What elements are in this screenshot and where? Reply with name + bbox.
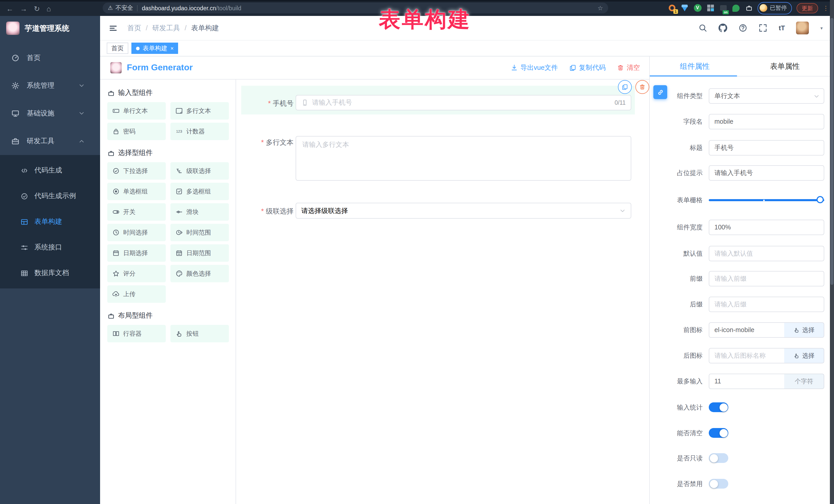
breadcrumb-item[interactable]: 研发工具 xyxy=(152,23,180,32)
browser-update-button[interactable]: 更新 xyxy=(796,3,818,13)
slider-handle[interactable] xyxy=(816,196,824,203)
property-input-字段名[interactable]: mobile xyxy=(709,114,824,129)
lock-icon xyxy=(112,128,119,135)
component-item-滑块[interactable]: 滑块 xyxy=(170,203,229,221)
grid-slider[interactable] xyxy=(709,199,824,201)
tab-表单属性[interactable]: 表单属性 xyxy=(740,57,830,76)
help-icon[interactable] xyxy=(739,24,747,32)
ext-leaf-icon[interactable] xyxy=(732,4,740,12)
sidebar-subitem-代码生成示例[interactable]: 代码生成示例 xyxy=(0,183,100,209)
property-input-前缀[interactable]: 请输入前缀 xyxy=(709,271,824,286)
component-item-上传[interactable]: 上传 xyxy=(107,285,166,303)
tag-首页[interactable]: 首页 xyxy=(107,43,128,54)
sidebar-item-研发工具[interactable]: 研发工具 xyxy=(0,127,100,155)
delete-field-button[interactable] xyxy=(635,80,649,94)
property-row-是否只读: 是否只读 xyxy=(650,451,830,466)
component-item-开关[interactable]: 开关 xyxy=(107,203,166,221)
component-item-下拉选择[interactable]: 下拉选择 xyxy=(107,162,166,180)
component-item-日期选择[interactable]: 日期选择 xyxy=(107,244,166,262)
breadcrumb-item[interactable]: 首页 xyxy=(127,23,141,32)
select-icon-button[interactable]: 选择 xyxy=(784,348,824,364)
property-input-最多输入[interactable]: 11 xyxy=(709,374,785,389)
action-导出vue文件[interactable]: 导出vue文件 xyxy=(511,63,558,72)
tab-组件属性[interactable]: 组件属性 xyxy=(650,57,740,76)
sidebar-item-基础设施[interactable]: 基础设施 xyxy=(0,100,100,127)
component-item-单选框组[interactable]: 单选框组 xyxy=(107,183,166,200)
switch-输入统计[interactable] xyxy=(709,402,728,412)
component-item-颜色选择[interactable]: 颜色选择 xyxy=(170,265,229,282)
ext-green-icon[interactable]: V xyxy=(694,4,702,12)
code-icon xyxy=(21,167,28,174)
page-scrollbar[interactable] xyxy=(830,0,834,504)
property-input-组件宽度[interactable]: 100% xyxy=(709,220,824,235)
property-input-默认值[interactable]: 请输入默认值 xyxy=(709,246,824,261)
browser-profile-chip[interactable]: 已暂停 xyxy=(758,2,792,14)
sidebar-subitem-数据库文档[interactable]: 数据库文档 xyxy=(0,260,100,286)
ext-blue-icon[interactable] xyxy=(681,4,689,12)
scrollbar-thumb[interactable] xyxy=(830,18,833,285)
gear-icon xyxy=(11,82,20,90)
component-item-评分[interactable]: 评分 xyxy=(107,265,166,282)
fullscreen-icon[interactable] xyxy=(759,24,767,32)
link-toggle-button[interactable] xyxy=(653,85,667,99)
trash-icon xyxy=(639,84,646,90)
avatar-caret-icon[interactable]: ▾ xyxy=(820,25,823,30)
component-item-按钮[interactable]: 按钮 xyxy=(170,325,229,342)
component-item-多选框组[interactable]: 多选框组 xyxy=(170,183,229,200)
user-avatar[interactable] xyxy=(796,22,809,35)
sidebar-item-系统管理[interactable]: 系统管理 xyxy=(0,72,100,100)
ext-on-icon[interactable]: on xyxy=(719,4,727,12)
hamburger-icon[interactable] xyxy=(108,24,118,32)
sidebar-subitem-代码生成[interactable]: 代码生成 xyxy=(0,158,100,183)
property-input-后图标[interactable]: 请输入后图标名称 xyxy=(709,348,785,364)
bookmark-star-icon[interactable]: ☆ xyxy=(597,4,603,12)
switch-是否只读[interactable] xyxy=(709,453,728,463)
property-input-占位提示[interactable]: 请输入手机号 xyxy=(709,165,824,181)
component-item-计数器[interactable]: 计数器 xyxy=(170,123,229,140)
component-item-行容器[interactable]: 行容器 xyxy=(107,325,166,342)
sidebar-subitem-表单构建[interactable]: 表单构建 xyxy=(0,209,100,235)
url-bar[interactable]: ⚠ 不安全 dashboard.yudao.iocoder.cn/tool/bu… xyxy=(103,3,608,13)
switch-能否清空[interactable] xyxy=(709,428,728,438)
component-item-密码[interactable]: 密码 xyxy=(107,123,166,140)
home-icon[interactable]: ⌂ xyxy=(46,5,51,13)
property-input-前图标[interactable]: el-icon-mobile xyxy=(709,322,785,338)
search-icon[interactable] xyxy=(699,24,707,32)
copy-field-button[interactable] xyxy=(618,80,632,94)
section-header: 布局型组件 xyxy=(107,311,236,320)
github-icon[interactable] xyxy=(719,24,727,32)
ext-orange-icon[interactable]: 1 xyxy=(668,4,676,12)
sidebar-item-首页[interactable]: 首页 xyxy=(0,44,100,72)
ext-grid-icon[interactable] xyxy=(706,4,715,12)
tag-表单构建[interactable]: 表单构建× xyxy=(131,43,178,54)
component-item-单行文本[interactable]: 单行文本 xyxy=(107,102,166,119)
font-size-icon[interactable]: tT xyxy=(778,24,785,32)
component-item-级联选择[interactable]: 级联选择 xyxy=(170,162,229,180)
component-item-多行文本[interactable]: 多行文本 xyxy=(170,102,229,119)
browser-menu-icon[interactable]: ⋮ xyxy=(823,5,829,11)
component-item-时间范围[interactable]: 时间范围 xyxy=(170,224,229,241)
cascader-field[interactable]: 请选择级联选择 xyxy=(295,203,631,219)
property-label: 前缀 xyxy=(650,271,703,286)
mobile-input[interactable]: 请输入手机号0/11 xyxy=(295,95,631,110)
property-select-组件类型[interactable]: 单行文本 xyxy=(709,88,824,104)
select-icon-button[interactable]: 选择 xyxy=(784,322,824,338)
component-item-时间选择[interactable]: 时间选择 xyxy=(107,224,166,241)
back-icon[interactable]: ← xyxy=(6,5,13,13)
textarea-field[interactable]: 请输入多行文本 xyxy=(295,136,631,181)
component-grid: 行容器按钮 xyxy=(107,325,229,342)
tag-close-icon[interactable]: × xyxy=(170,45,174,51)
form-canvas[interactable]: *手机号请输入手机号0/11*多行文本请输入多行文本*级联选择请选择级联选择 xyxy=(236,80,649,504)
component-item-日期范围[interactable]: 日期范围 xyxy=(170,244,229,262)
action-清空[interactable]: 清空 xyxy=(617,63,640,72)
section-title: 输入型组件 xyxy=(118,88,153,97)
sidebar-subitem-系统接口[interactable]: 系统接口 xyxy=(0,235,100,260)
reload-icon[interactable]: ↻ xyxy=(34,5,40,13)
property-input-后缀[interactable]: 请输入后缀 xyxy=(709,297,824,312)
property-input-标题[interactable]: 手机号 xyxy=(709,140,824,155)
generator-title: Form Generator xyxy=(127,63,193,73)
forward-icon[interactable]: → xyxy=(20,5,27,13)
ext-puzzle-icon[interactable] xyxy=(745,4,753,12)
switch-是否禁用[interactable] xyxy=(709,479,728,489)
action-复制代码[interactable]: 复制代码 xyxy=(569,63,606,72)
